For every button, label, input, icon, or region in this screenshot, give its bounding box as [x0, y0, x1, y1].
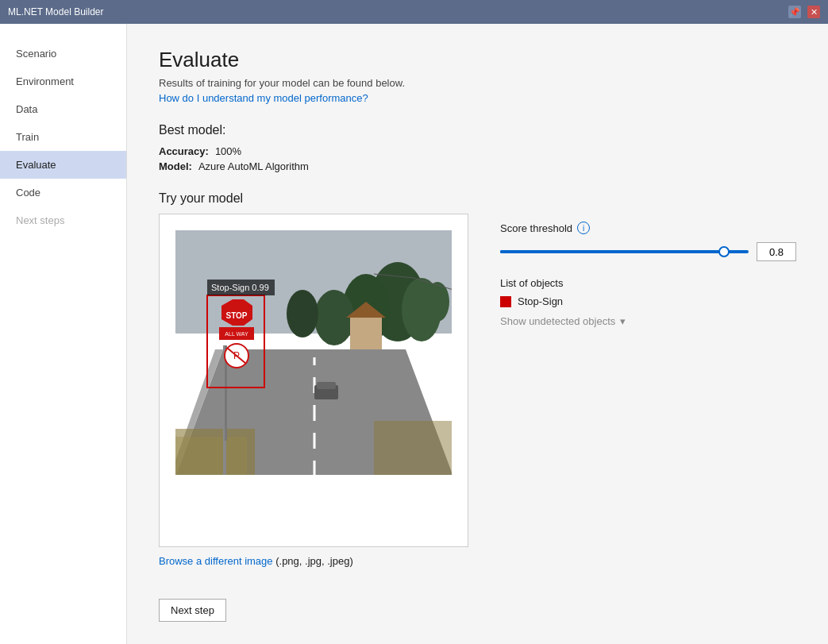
score-threshold-label: Score threshold — [500, 222, 572, 234]
image-container: STOP ALL WAY P Stop-Sig — [159, 214, 468, 547]
browse-link[interactable]: Browse a different image — [159, 555, 273, 567]
app-body: Scenario Environment Data Train Evaluate… — [0, 24, 828, 644]
object-name-0: Stop-Sign — [518, 295, 563, 307]
sidebar-item-data[interactable]: Data — [0, 95, 126, 123]
browse-formats: (.png, .jpg, .jpeg) — [275, 555, 353, 567]
object-item-0: Stop-Sign — [500, 295, 796, 307]
image-panel: STOP ALL WAY P Stop-Sig — [159, 214, 468, 622]
svg-rect-16 — [374, 421, 452, 475]
score-label-row: Score threshold i — [500, 222, 796, 234]
svg-text:Stop-Sign 0.99: Stop-Sign 0.99 — [211, 283, 269, 292]
image-wrapper: STOP ALL WAY P Stop-Sig — [175, 230, 452, 477]
show-undetected-label: Show undetected objects — [500, 315, 615, 327]
best-model-title: Best model: — [159, 123, 796, 137]
accuracy-value: 100% — [215, 145, 241, 157]
right-panel: Score threshold i 0.8 List of objects — [500, 214, 796, 622]
svg-text:ALL WAY: ALL WAY — [225, 331, 248, 337]
page-title: Evaluate — [159, 48, 796, 72]
pin-button[interactable]: 📌 — [788, 6, 801, 18]
help-link[interactable]: How do I understand my model performance… — [159, 92, 368, 104]
try-model-section: STOP ALL WAY P Stop-Sig — [159, 214, 796, 622]
chevron-down-icon: ▾ — [620, 315, 626, 327]
close-button[interactable]: ✕ — [807, 6, 820, 18]
street-scene-svg: STOP ALL WAY P Stop-Sig — [175, 230, 452, 475]
title-bar-text: ML.NET Model Builder — [8, 6, 782, 17]
object-color-box-0 — [500, 296, 511, 307]
accuracy-row: Accuracy: 100% — [159, 145, 796, 157]
show-undetected-toggle[interactable]: Show undetected objects ▾ — [500, 315, 796, 327]
list-of-objects-title: List of objects — [500, 277, 796, 289]
sidebar-item-scenario[interactable]: Scenario — [0, 40, 126, 67]
main-content: Evaluate Results of training for your mo… — [127, 24, 828, 644]
accuracy-label: Accuracy: — [159, 145, 209, 157]
subtitle: Results of training for your model can b… — [159, 77, 796, 89]
list-of-objects-section: List of objects Stop-Sign — [500, 277, 796, 307]
model-value: Azure AutoML Algorithm — [198, 160, 309, 172]
slider-thumb[interactable] — [718, 246, 730, 257]
model-info: Accuracy: 100% Model: Azure AutoML Algor… — [159, 145, 796, 172]
model-row: Model: Azure AutoML Algorithm — [159, 160, 796, 172]
sidebar-item-next-steps: Next steps — [0, 206, 126, 234]
try-model-title: Try your model — [159, 191, 796, 206]
title-bar: ML.NET Model Builder 📌 ✕ — [0, 0, 828, 24]
score-section: Score threshold i 0.8 — [500, 222, 796, 261]
svg-text:STOP: STOP — [225, 311, 247, 320]
slider-fill — [500, 250, 724, 253]
slider-row: 0.8 — [500, 242, 796, 261]
sidebar-item-train[interactable]: Train — [0, 123, 126, 151]
svg-rect-18 — [317, 382, 336, 389]
score-slider-track[interactable] — [500, 250, 749, 253]
sidebar-item-code[interactable]: Code — [0, 179, 126, 206]
sidebar-item-environment[interactable]: Environment — [0, 67, 126, 95]
score-threshold-input[interactable]: 0.8 — [757, 242, 796, 261]
sidebar-item-evaluate[interactable]: Evaluate — [0, 151, 126, 179]
browse-link-container: Browse a different image (.png, .jpg, .j… — [159, 555, 468, 567]
sidebar: Scenario Environment Data Train Evaluate… — [0, 24, 127, 644]
svg-rect-15 — [175, 437, 247, 475]
svg-point-5 — [287, 290, 318, 337]
info-icon[interactable]: i — [577, 222, 590, 234]
svg-rect-10 — [350, 318, 382, 349]
model-label: Model: — [159, 160, 192, 172]
next-step-button[interactable]: Next step — [159, 599, 226, 622]
